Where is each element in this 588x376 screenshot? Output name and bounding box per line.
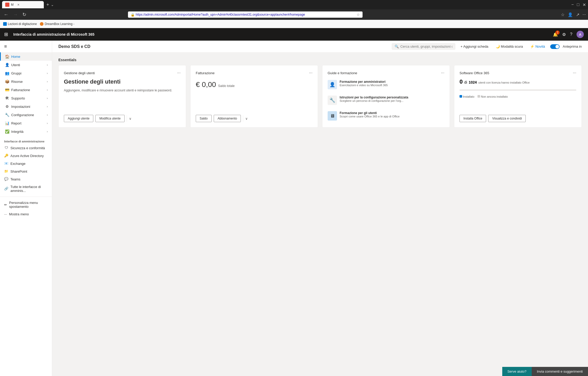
sidebar-nav-item-report[interactable]: 📊Report ›	[0, 119, 52, 127]
office-install-desc: utenti con licenza hanno installato Offi…	[478, 81, 530, 84]
sidebar-customize-menu[interactable]: ✏ Personalizza menu spostamento	[0, 199, 52, 210]
sidebar: ≡ 🏠Home 👤Utenti › 👥Gruppi › 📦Risorse › 💳…	[0, 41, 52, 376]
chevron-down-icon: ›	[47, 122, 48, 125]
card-divider	[243, 115, 243, 122]
notification-icon[interactable]: 🔔 2	[553, 32, 558, 37]
anteprima-label: Anteprima in	[563, 45, 582, 48]
card-menu-users[interactable]: ···	[177, 71, 181, 75]
dark-mode-button[interactable]: 🌙 Modalità scura	[494, 43, 525, 49]
sidebar-admin-item-security[interactable]: 🛡 Sicurezza e conformità	[0, 144, 52, 152]
main-header: Demo SDS e CD 🔍 + Aggiungi scheda 🌙 Moda…	[52, 41, 588, 53]
star-icon[interactable]: ☆	[357, 12, 360, 17]
not-installed-label: Non ancora installato	[481, 95, 508, 98]
guides-card: Guide e formazione ··· 👤 Formazione per …	[322, 65, 450, 128]
guide-config-desc: Scegliere un percorso di configurazione …	[340, 99, 408, 102]
search-box[interactable]: 🔍	[392, 43, 455, 50]
bookmark-dreambox-label: DreamBox Learning -	[45, 22, 74, 26]
cards-grid: Gestione degli utenti ··· Gestione degli…	[58, 65, 582, 128]
guide-users-icon: 🖥	[328, 111, 337, 121]
edit-user-button[interactable]: Modifica utente	[95, 115, 124, 122]
browser-share-icon[interactable]: ↗	[576, 12, 579, 17]
browser-menu-icon[interactable]: ···	[583, 12, 586, 17]
nav-refresh-button[interactable]: ↻	[21, 12, 28, 17]
abbonamento-button[interactable]: Abbonamento	[214, 115, 241, 122]
browser-tab[interactable]: M ✕	[2, 1, 44, 8]
sidebar-nav-item-impostazioni[interactable]: ⚙Impostazioni ›	[0, 102, 52, 111]
card-actions-users: Aggiungi utente Modifica utente ∨	[64, 115, 181, 122]
address-bar[interactable]: 🔒 https://admin.microsoft.com/Adminporta…	[128, 11, 363, 18]
install-office-button[interactable]: Installa Office	[460, 115, 486, 122]
help-button[interactable]: Serve aiuto?	[502, 367, 532, 376]
novita-button[interactable]: ⚡ Novità	[528, 43, 547, 49]
search-input[interactable]	[400, 45, 452, 48]
ellipsis-icon: ···	[4, 212, 7, 216]
config-icon: 🔧	[5, 113, 9, 117]
sidebar-nav-item-supporto[interactable]: 🛠Supporto ›	[0, 94, 52, 102]
avatar[interactable]: A	[577, 31, 584, 38]
sidebar-nav-item-utenti[interactable]: 👤Utenti ›	[0, 61, 52, 69]
add-user-button[interactable]: Aggiungi utente	[64, 115, 93, 122]
view-share-button[interactable]: Visualizza e condividi	[488, 115, 526, 122]
sidebar-admin-item-all[interactable]: 🔗 Tutte le interfacce di amminis...	[0, 183, 52, 195]
url-text: https://admin.microsoft.com/Adminportal/…	[136, 13, 356, 16]
saldo-button[interactable]: Saldo	[196, 115, 212, 122]
bottom-bar: Serve aiuto? Invia commenti e suggerimen…	[502, 367, 588, 376]
help-icon[interactable]: ?	[570, 32, 572, 37]
window-close-button[interactable]: ✕	[583, 2, 586, 7]
guide-item-2[interactable]: 🔧 Istruzioni per la configurazione perso…	[328, 94, 444, 106]
sidebar-nav-item-gruppi[interactable]: 👥Gruppi ›	[0, 69, 52, 77]
notification-badge: 2	[555, 30, 560, 35]
bookmark-dreambox-icon	[40, 22, 44, 26]
support-icon: 🛠	[5, 96, 9, 100]
feedback-button[interactable]: Invia commenti e suggerimenti	[532, 367, 588, 376]
guide-admin-desc: Esercitazioni e video su Microsoft 365	[340, 84, 388, 87]
teams-icon: 💬	[4, 177, 8, 181]
browser-profile-icon[interactable]: 👤	[568, 12, 573, 17]
nav-forward-button[interactable]: →	[11, 12, 19, 17]
chevron-down-icon[interactable]: ∨	[129, 117, 132, 121]
browser-fav-icon[interactable]: ☆	[561, 12, 565, 17]
sidebar-admin-item-exchange[interactable]: 📧 Exchange	[0, 160, 52, 167]
card-menu-billing[interactable]: ···	[309, 71, 313, 75]
chevron-down-icon: ›	[47, 97, 48, 100]
bookmark-lezioni[interactable]: Lezioni di digitazione	[3, 22, 37, 26]
card-menu-office[interactable]: ···	[573, 71, 576, 75]
bookmark-dreambox[interactable]: DreamBox Learning -	[40, 22, 74, 26]
exchange-icon: 📧	[4, 161, 8, 166]
guide-item-1[interactable]: 👤 Formazione per amministratori Esercita…	[328, 78, 444, 91]
guide-admin-title: Formazione per amministratori	[340, 80, 388, 84]
tab-close-icon[interactable]: ✕	[17, 3, 20, 7]
add-tab-button[interactable]: + Aggiungi scheda	[458, 43, 491, 49]
sidebar-nav-item-integrità[interactable]: ✅Integrità ›	[0, 127, 52, 136]
app-title: Interfaccia di amministrazione di Micros…	[13, 32, 94, 36]
sidebar-toggle-button[interactable]: ≡	[0, 41, 52, 52]
sidebar-nav-item-risorse[interactable]: 📦Risorse ›	[0, 77, 52, 86]
sidebar-admin-item-teams[interactable]: 💬 Teams	[0, 175, 52, 183]
window-minimize-button[interactable]: −	[571, 2, 574, 7]
guide-item-3[interactable]: 🖥 Formazione per gli utenti Scopri come …	[328, 110, 444, 122]
header-actions: 🔍 + Aggiungi scheda 🌙 Modalità scura ⚡ N…	[392, 43, 582, 50]
settings-icon[interactable]: ⚙	[562, 32, 566, 37]
sidebar-admin-item-aad[interactable]: 🔑 Azure Active Directory	[0, 152, 52, 160]
office-card: Software Office 365 ··· 0 di 1024 utenti…	[454, 65, 582, 128]
bookmark-lezioni-label: Lezioni di digitazione	[8, 22, 37, 26]
preview-toggle[interactable]	[550, 44, 560, 49]
sidebar-admin-item-sharepoint[interactable]: 📁 SharePoint	[0, 167, 52, 175]
chevron-down-icon[interactable]: ∨	[245, 117, 248, 121]
card-title-office: Software Office 365	[460, 71, 489, 75]
sidebar-nav-item-fatturazione[interactable]: 💳Fatturazione ›	[0, 86, 52, 94]
tab-menu-button[interactable]: ⌄	[51, 3, 54, 7]
waffle-icon[interactable]: ⊞	[4, 32, 8, 37]
sharepoint-icon: 📁	[4, 169, 8, 173]
chevron-down-icon: ›	[47, 72, 48, 75]
sidebar-show-less[interactable]: ··· Mostra meno	[0, 210, 52, 218]
window-maximize-button[interactable]: □	[577, 2, 579, 7]
main-content: Demo SDS e CD 🔍 + Aggiungi scheda 🌙 Moda…	[52, 41, 588, 376]
new-tab-button[interactable]: +	[46, 2, 49, 8]
card-menu-guides[interactable]: ···	[441, 71, 444, 75]
nav-back-button[interactable]: ←	[2, 12, 10, 17]
sidebar-nav-item-configurazione[interactable]: 🔧Configurazione ›	[0, 111, 52, 119]
sidebar-nav-item-home[interactable]: 🏠Home	[0, 52, 52, 61]
page-title: Demo SDS e CD	[58, 44, 388, 49]
app-topbar: ⊞ Interfaccia di amministrazione di Micr…	[0, 28, 588, 41]
